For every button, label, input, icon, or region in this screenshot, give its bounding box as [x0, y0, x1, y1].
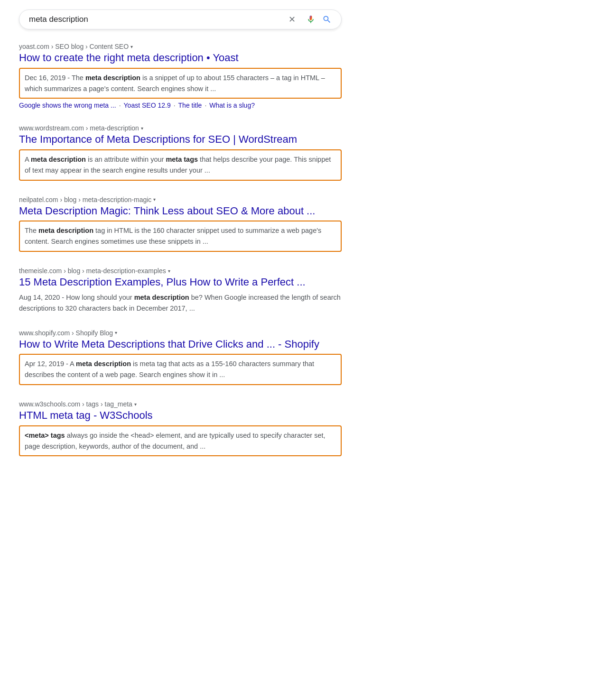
search-input[interactable] [29, 15, 285, 24]
result-snippet: A meta description is an attribute withi… [19, 149, 342, 181]
mic-icon [306, 15, 316, 24]
result-url: neilpatel.com › blog › meta-description-… [19, 196, 342, 203]
result-item: www.w3schools.com › tags › tag_meta ▾ HT… [19, 400, 342, 456]
url-text: www.w3schools.com › tags › tag_meta [19, 400, 132, 408]
search-magnifier-icon [322, 15, 332, 24]
result-title[interactable]: How to Write Meta Descriptions that Driv… [19, 338, 342, 351]
result-item: www.wordstream.com › meta-description ▾ … [19, 124, 342, 180]
result-title[interactable]: 15 Meta Description Examples, Plus How t… [19, 276, 342, 289]
result-snippet: Apr 12, 2019 - A meta description is met… [19, 354, 342, 385]
result-url: www.wordstream.com › meta-description ▾ [19, 124, 342, 132]
search-bar: ✕ [19, 9, 342, 29]
separator: · [174, 101, 176, 109]
chevron-down-icon: ▾ [134, 402, 137, 407]
result-title[interactable]: How to create the right meta description… [19, 51, 342, 65]
result-snippet: Aug 14, 2020 - How long should your meta… [19, 292, 342, 314]
result-item: yoast.com › SEO blog › Content SEO ▾ How… [19, 43, 342, 109]
result-title[interactable]: HTML meta tag - W3Schools [19, 409, 342, 423]
result-links: Google shows the wrong meta ... · Yoast … [19, 101, 342, 109]
result-item: themeisle.com › blog › meta-description-… [19, 267, 342, 313]
result-link[interactable]: Google shows the wrong meta ... [19, 101, 116, 109]
separator: · [205, 101, 206, 109]
url-text: www.shopify.com › Shopify Blog [19, 329, 113, 337]
result-item: neilpatel.com › blog › meta-description-… [19, 196, 342, 252]
url-text: neilpatel.com › blog › meta-description-… [19, 196, 151, 203]
result-title[interactable]: Meta Description Magic: Think Less about… [19, 204, 342, 218]
result-snippet: <meta> tags always go inside the <head> … [19, 425, 342, 457]
result-snippet: Dec 16, 2019 - The meta description is a… [19, 68, 342, 99]
clear-icon: ✕ [288, 15, 296, 24]
result-title[interactable]: The Importance of Meta Descriptions for … [19, 133, 342, 147]
result-url: yoast.com › SEO blog › Content SEO ▾ [19, 43, 342, 50]
chevron-down-icon: ▾ [153, 197, 156, 202]
url-text: themeisle.com › blog › meta-description-… [19, 267, 166, 275]
result-url: themeisle.com › blog › meta-description-… [19, 267, 342, 275]
result-link[interactable]: Yoast SEO 12.9 [124, 101, 171, 109]
chevron-down-icon: ▾ [168, 268, 170, 274]
chevron-down-icon: ▾ [115, 330, 117, 335]
result-snippet: The meta description tag in HTML is the … [19, 221, 342, 252]
result-url: www.shopify.com › Shopify Blog ▾ [19, 329, 342, 337]
search-bar-icons: ✕ [285, 15, 332, 24]
url-text: www.wordstream.com › meta-description [19, 124, 139, 132]
chevron-down-icon: ▾ [141, 126, 143, 131]
url-text: yoast.com › SEO blog › Content SEO [19, 43, 129, 50]
result-link[interactable]: What is a slug? [209, 101, 255, 109]
result-url: www.w3schools.com › tags › tag_meta ▾ [19, 400, 342, 408]
separator: · [119, 101, 121, 109]
result-link[interactable]: The title [178, 101, 202, 109]
clear-button[interactable]: ✕ [285, 15, 299, 24]
result-item: www.shopify.com › Shopify Blog ▾ How to … [19, 329, 342, 385]
results-container: yoast.com › SEO blog › Content SEO ▾ How… [19, 43, 342, 456]
search-button[interactable] [322, 15, 332, 24]
chevron-down-icon: ▾ [130, 44, 133, 49]
mic-button[interactable] [306, 15, 316, 24]
